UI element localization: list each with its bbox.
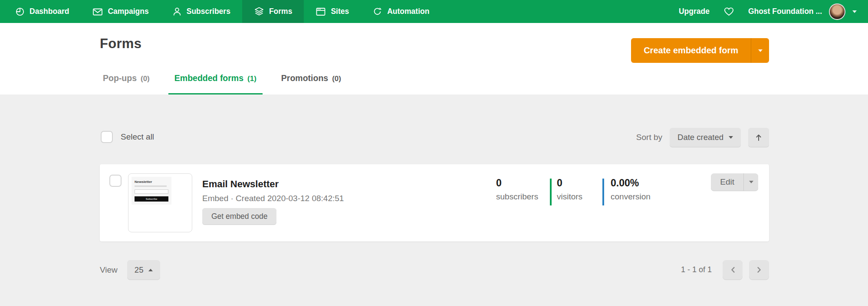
pagination-range: 1 - 1 of 1 (681, 265, 712, 274)
form-thumbnail[interactable]: Newsletter Subscribe (128, 173, 192, 232)
nav-item-label: Subscribers (187, 7, 230, 16)
subscribers-icon (172, 7, 182, 16)
automation-icon (372, 7, 382, 16)
pagination: 1 - 1 of 1 (681, 260, 769, 280)
create-button-dropdown[interactable] (751, 38, 769, 63)
page-size-value: 25 (135, 265, 144, 275)
row-checkbox[interactable] (109, 175, 122, 187)
tab-label: Embedded forms (174, 73, 243, 83)
tab-embedded-forms[interactable]: Embedded forms (1) (168, 73, 263, 94)
page-size-dropdown[interactable]: 25 (127, 260, 161, 280)
stat-label: conversion (611, 192, 651, 202)
chevron-left-icon (730, 267, 735, 273)
get-embed-code-button[interactable]: Get embed code (202, 208, 276, 225)
form-meta: Embed · Created 2020-03-12 08:42:51 (202, 194, 344, 203)
edit-button[interactable]: Edit (711, 173, 743, 191)
tab-label: Promotions (281, 73, 328, 83)
form-preview: Newsletter Subscribe (132, 177, 171, 205)
forms-icon (254, 7, 264, 16)
edit-split-button: Edit (711, 173, 758, 191)
top-nav: Dashboard Campaigns Subscribers Forms (0, 0, 868, 23)
page-header: Forms Pop-ups (0) Embedded forms (1) Pro… (0, 23, 868, 94)
campaigns-icon (92, 7, 103, 16)
view-cluster: View 25 (100, 260, 160, 280)
select-all-label: Select all (121, 132, 154, 142)
nav-menu: Dashboard Campaigns Subscribers Forms (0, 0, 441, 23)
form-title: Email Newsletter (202, 179, 279, 190)
create-embedded-form-button[interactable]: Create embedded form (631, 38, 769, 63)
chevron-up-icon (148, 269, 153, 271)
preview-text-line (135, 186, 167, 187)
nav-item-label: Campaigns (108, 7, 148, 16)
heart-icon[interactable] (723, 7, 734, 16)
stat-divider-blue (602, 179, 604, 205)
stat-divider-green (550, 179, 552, 205)
create-button-label[interactable]: Create embedded form (631, 38, 751, 63)
sort-dropdown[interactable]: Date created (670, 128, 741, 147)
tab-count: (0) (141, 75, 150, 83)
select-all-checkbox[interactable] (101, 131, 113, 143)
stat-label: visitors (557, 192, 582, 202)
preview-subscribe-button: Subscribe (135, 196, 168, 202)
nav-item-subscribers[interactable]: Subscribers (161, 0, 242, 23)
upgrade-link[interactable]: Upgrade (679, 7, 710, 16)
chevron-down-icon (758, 49, 763, 52)
stat-visitors: 0 visitors (557, 177, 582, 202)
prev-page-button[interactable] (723, 260, 743, 280)
chevron-right-icon (757, 267, 762, 273)
stat-subscribers: 0 subscribers (496, 177, 538, 202)
nav-item-sites[interactable]: Sites (304, 0, 361, 23)
stat-value: 0 (496, 177, 538, 189)
nav-item-label: Sites (331, 7, 349, 16)
tab-label: Pop-ups (103, 73, 137, 83)
sort-by-label: Sort by (636, 133, 662, 142)
nav-item-label: Dashboard (30, 7, 69, 16)
nav-item-label: Forms (269, 7, 292, 16)
chevron-down-icon (729, 136, 733, 139)
stat-value: 0.00% (611, 177, 651, 189)
chevron-down-icon (749, 181, 753, 183)
edit-dropdown[interactable] (743, 173, 758, 191)
avatar (829, 3, 845, 20)
tab-count: (1) (247, 75, 256, 83)
page-title: Forms (100, 36, 141, 52)
nav-right: Upgrade Ghost Foundation ... (679, 0, 868, 23)
tab-count: (0) (332, 75, 341, 83)
nav-item-campaigns[interactable]: Campaigns (81, 0, 160, 23)
tab-popups[interactable]: Pop-ups (0) (103, 73, 150, 94)
view-label: View (100, 265, 118, 275)
account-name: Ghost Foundation ... (748, 7, 822, 16)
stat-label: subscribers (496, 192, 538, 202)
nav-item-automation[interactable]: Automation (361, 0, 441, 23)
sort-value: Date created (677, 133, 723, 142)
nav-item-dashboard[interactable]: Dashboard (3, 0, 81, 23)
nav-item-label: Automation (387, 7, 429, 16)
stat-conversion: 0.00% conversion (611, 177, 651, 202)
form-card: Newsletter Subscribe Email Newsletter Em… (100, 164, 769, 241)
forms-page: Dashboard Campaigns Subscribers Forms (0, 0, 868, 306)
select-all-row: Select all (101, 131, 154, 143)
tabs: Pop-ups (0) Embedded forms (1) Promotion… (103, 73, 341, 94)
stat-value: 0 (557, 177, 582, 189)
account-menu[interactable]: Ghost Foundation ... (748, 3, 857, 20)
preview-email-input (135, 189, 168, 194)
preview-heading: Newsletter (135, 180, 168, 184)
next-page-button[interactable] (749, 260, 769, 280)
sites-icon (316, 7, 326, 16)
tab-promotions[interactable]: Promotions (0) (281, 73, 341, 94)
sort-direction-button[interactable] (748, 128, 769, 147)
arrow-up-icon (755, 133, 762, 142)
sort-cluster: Sort by Date created (636, 128, 769, 147)
chevron-down-icon (852, 10, 857, 13)
nav-item-forms[interactable]: Forms (242, 0, 304, 23)
dashboard-icon (15, 7, 25, 16)
